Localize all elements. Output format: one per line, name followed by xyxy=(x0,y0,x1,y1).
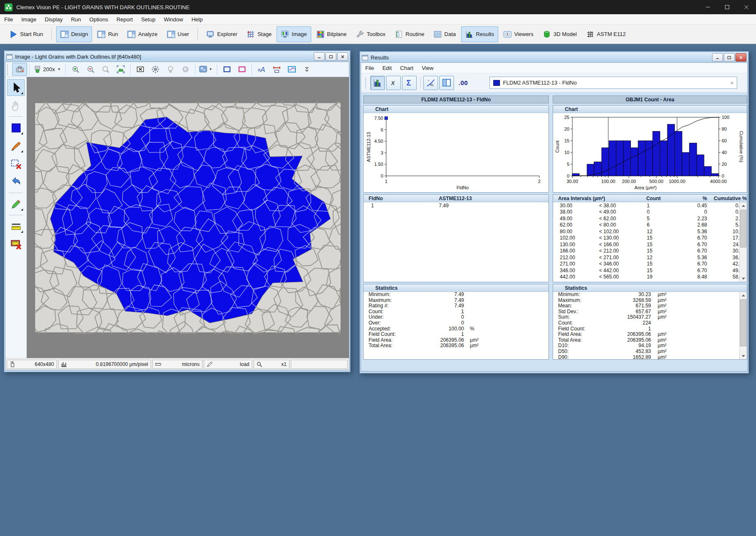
undo-tool-button[interactable] xyxy=(7,173,25,190)
results-menu-view[interactable]: View xyxy=(418,64,438,72)
brush-tool-button[interactable] xyxy=(7,137,25,154)
scroll-up-button[interactable] xyxy=(740,292,747,299)
image-window-title-bar[interactable]: Image - Light Grains with Dark Outlines.… xyxy=(5,52,349,62)
color-square-tool-button[interactable] xyxy=(7,119,25,136)
table-row[interactable]: 30.00< 38.0010.450.45 xyxy=(553,202,747,209)
camera-button[interactable] xyxy=(12,63,27,76)
pointer-tool-button[interactable] xyxy=(7,79,25,96)
vertical-scrollbar[interactable] xyxy=(739,202,747,282)
annotation-text-button[interactable]: aA xyxy=(254,63,269,76)
status-panel-measurement-units[interactable]: microns xyxy=(152,360,202,369)
status-panel-calibration-scale[interactable]: 0.8196700000 µm/pixel xyxy=(58,360,151,369)
table-row[interactable]: 346.00< 442.00156.7049.55 xyxy=(553,267,747,274)
image-canvas[interactable] xyxy=(27,77,349,358)
column-header-percent[interactable]: % xyxy=(673,196,709,201)
scroll-up-button[interactable] xyxy=(740,202,747,209)
toolbar-button-data[interactable]: Data xyxy=(429,26,460,42)
profile-button[interactable] xyxy=(284,63,299,76)
toolbar-button-run[interactable]: Run xyxy=(93,26,122,42)
table-row[interactable]: 102.00< 130.00156.7017.41 xyxy=(553,235,747,242)
columns-button[interactable] xyxy=(439,76,454,90)
column-header-cumulative[interactable]: Cumulative % xyxy=(709,196,747,201)
column-header-fldno[interactable]: FldNo xyxy=(364,196,439,201)
menu-file[interactable]: File xyxy=(0,15,17,24)
kill-borders-button[interactable] xyxy=(133,63,148,76)
image-minimize-button[interactable] xyxy=(314,52,325,61)
overlay-button[interactable]: ▼ xyxy=(197,63,215,76)
zoom-in-button[interactable] xyxy=(68,63,83,76)
column-header-count[interactable]: Count xyxy=(634,196,673,201)
morphology-button[interactable] xyxy=(148,63,163,76)
ruler-delete-tool-button[interactable] xyxy=(7,236,25,253)
image-close-button[interactable] xyxy=(337,52,348,61)
menu-image[interactable]: Image xyxy=(17,15,41,24)
table-row[interactable]: 212.00< 271.00125.3636.16 xyxy=(553,254,747,261)
window-system-icon[interactable] xyxy=(6,54,13,59)
table-row[interactable]: 166.00< 212.00156.7030.80 xyxy=(553,248,747,255)
caliper-button[interactable] xyxy=(269,63,284,76)
field-table[interactable]: FldNoASTME112-1317.49 xyxy=(363,194,549,282)
status-panel-annotation-mode[interactable]: load xyxy=(204,360,252,369)
status-panel-image-dimensions[interactable]: 640x480 xyxy=(7,360,57,369)
table-row[interactable]: 62.00< 80.0062.685.36 xyxy=(553,222,747,229)
toolbar-button-image[interactable]: Image xyxy=(277,26,311,42)
column-header-area-intervals[interactable]: Area Intervals (µm²) xyxy=(553,196,634,201)
app-maximize-button[interactable] xyxy=(718,0,737,14)
menu-help[interactable]: Help xyxy=(187,15,207,24)
blue-rect-button[interactable] xyxy=(219,63,234,76)
menu-run[interactable]: Run xyxy=(67,15,85,24)
table-row[interactable]: 271.00< 346.00156.7042.86 xyxy=(553,261,747,268)
app-title-bar[interactable]: Clemex Vision PE - LIGHT GRAINS WITH DAR… xyxy=(0,0,756,14)
scrollbar-thumb[interactable] xyxy=(740,210,746,247)
area-intervals-table[interactable]: Area Intervals (µm²)Count%Cumulative %30… xyxy=(553,194,747,282)
toolbar-button-results[interactable]: Results xyxy=(461,26,498,42)
status-panel-zoom-factor[interactable]: x1 xyxy=(254,360,290,369)
sphere-button[interactable] xyxy=(178,63,193,76)
table-row[interactable]: 38.00< 49.00000.45 xyxy=(553,209,747,216)
scroll-down-button[interactable] xyxy=(740,353,747,359)
chart-bars-button[interactable] xyxy=(370,76,385,90)
fit-window-button[interactable] xyxy=(113,63,128,76)
toolbar-grip[interactable] xyxy=(365,77,369,88)
results-close-button[interactable] xyxy=(735,53,746,62)
table-row[interactable]: 17.49 xyxy=(364,202,548,209)
percent-line-button[interactable]: % xyxy=(423,76,438,90)
ruler-tool-button[interactable] xyxy=(7,218,25,234)
menu-window[interactable]: Window xyxy=(159,15,187,24)
results-menu-chart[interactable]: Chart xyxy=(396,64,418,72)
toolbar-button-start-run[interactable]: Start Run xyxy=(5,26,47,42)
measure-selector-combobox[interactable]: FLDM2 ASTME112-13 - FldNo ˅ xyxy=(489,77,737,89)
window-system-icon[interactable] xyxy=(362,55,368,60)
table-row[interactable]: 49.00< 62.0052.232.68 xyxy=(553,215,747,222)
toolbar-button-stage[interactable]: Stage xyxy=(242,26,276,42)
lamp-button[interactable] xyxy=(163,63,178,76)
app-minimize-button[interactable] xyxy=(698,0,718,14)
results-maximize-button[interactable] xyxy=(724,53,735,62)
zoom-actual-button[interactable] xyxy=(98,63,113,76)
pink-rect-button[interactable] xyxy=(234,63,249,76)
toolbar-button-3d-model[interactable]: 3D Model xyxy=(538,26,581,42)
hand-tool-button[interactable] xyxy=(7,97,25,114)
toolbar-button-explorer[interactable]: Explorer xyxy=(202,26,241,42)
toolbar-button-bitplane[interactable]: Bitplane xyxy=(312,26,351,42)
menu-setup[interactable]: Setup xyxy=(137,15,159,24)
vertical-scrollbar[interactable] xyxy=(739,292,747,359)
scrollbar-thumb[interactable] xyxy=(740,299,746,346)
x-variable-button[interactable]: x xyxy=(386,76,401,90)
toolbar-button-viewers[interactable]: Viewers xyxy=(499,26,538,42)
results-window-title-bar[interactable]: Results xyxy=(361,52,748,62)
toolbar-grip[interactable] xyxy=(7,64,10,75)
decimal-format-label[interactable]: .00 xyxy=(459,79,468,86)
object-histogram-chart[interactable]: 051015202502040608010030.00100.00200.005… xyxy=(553,113,745,191)
scroll-down-button[interactable] xyxy=(740,275,747,282)
pencil-tool-button[interactable] xyxy=(7,196,25,212)
results-menu-edit[interactable]: Edit xyxy=(378,64,396,72)
results-menu-file[interactable]: File xyxy=(361,64,378,72)
table-row[interactable]: 442.00< 565.00198.4858.04 xyxy=(553,274,747,281)
field-scatter-chart[interactable]: 7.5064.5031.50012FldNoASTME112-13 xyxy=(364,113,546,191)
menu-report[interactable]: Report xyxy=(112,15,137,24)
menu-display[interactable]: Display xyxy=(41,15,67,24)
toolbar-button-user[interactable]: User xyxy=(163,26,193,42)
toolbar-button-design[interactable]: Design xyxy=(56,26,92,42)
toolbar-button-astm-e112[interactable]: ASTM E112 xyxy=(582,26,630,42)
